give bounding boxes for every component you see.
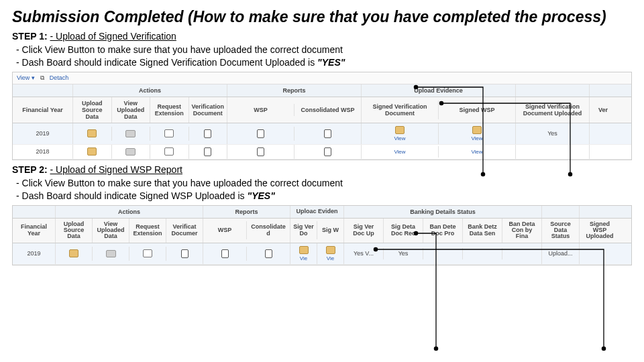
view-link[interactable]: View — [471, 149, 482, 155]
document-icon[interactable] — [265, 249, 272, 258]
view-link[interactable]: View — [394, 135, 405, 141]
calendar-icon[interactable] — [164, 129, 174, 137]
col-svdu: Signed Verification Document Uploaded — [516, 97, 590, 123]
col-signed-wsp-uploaded: Signed WSP Uploaded — [580, 219, 620, 243]
upload-icon[interactable] — [87, 129, 97, 137]
step2-bullet-2: Dash Board should indicate Signed WSP Up… — [16, 190, 632, 201]
upload-icon[interactable] — [69, 249, 78, 257]
view-link[interactable]: Vie — [327, 255, 334, 261]
calendar-icon[interactable] — [143, 249, 152, 257]
view-link[interactable]: View — [471, 135, 482, 141]
document-icon[interactable] — [204, 129, 211, 138]
dashboard-2: Actions Reports Uploac Eviden Banking De… — [12, 205, 632, 265]
document-icon[interactable] — [204, 147, 211, 156]
step1-bullets: Click View Button to make sure that you … — [16, 44, 632, 68]
step1-bullet-2: Dash Board should indicate Signed Verifi… — [16, 57, 632, 68]
document-icon[interactable] — [221, 249, 229, 258]
folder-icon[interactable] — [472, 126, 482, 134]
detach-button[interactable]: Detach — [50, 74, 69, 82]
detach-icon[interactable]: ⧉ — [40, 74, 44, 82]
table-row: 2018 View View — [13, 145, 631, 160]
document-icon[interactable] — [324, 129, 331, 138]
step2-bullets: Click View Button to make sure that you … — [16, 178, 632, 201]
svdu-value: Yes — [516, 123, 590, 144]
view-data-icon[interactable] — [106, 250, 116, 257]
folder-icon[interactable] — [299, 246, 309, 254]
upload-icon[interactable] — [87, 147, 97, 156]
document-icon[interactable] — [324, 147, 331, 156]
document-icon[interactable] — [181, 249, 189, 258]
table-row: 2019 Vie Vie Yes V... Yes — [13, 243, 631, 265]
folder-icon[interactable] — [326, 246, 335, 254]
page-title: Submission Completed (How to make sure t… — [12, 8, 632, 27]
table-row: 2019 View View Yes — [13, 123, 631, 145]
document-icon[interactable] — [257, 147, 264, 156]
dashboard-1: View ▾ ⧉ Detach Actions Reports Upload E… — [12, 72, 632, 160]
view-link[interactable]: Vie — [300, 255, 307, 261]
step1-bullet-1: Click View Button to make sure that you … — [16, 44, 632, 55]
col-financial-year: Financial Year — [13, 97, 73, 123]
signed-wsp-uploaded-value — [580, 243, 620, 264]
view-menu[interactable]: View ▾ — [17, 74, 35, 82]
view-data-icon[interactable] — [125, 148, 136, 156]
calendar-icon[interactable] — [164, 147, 174, 156]
step2-heading: STEP 2: - Upload of Signed WSP Report — [12, 164, 632, 175]
document-icon[interactable] — [257, 129, 264, 138]
view-link[interactable]: View — [394, 149, 405, 155]
folder-icon[interactable] — [395, 126, 405, 134]
step2-bullet-1: Click View Button to make sure that you … — [16, 178, 632, 188]
step1-heading: STEP 1: - Upload of Signed Verification — [12, 31, 632, 42]
view-data-icon[interactable] — [125, 130, 136, 137]
